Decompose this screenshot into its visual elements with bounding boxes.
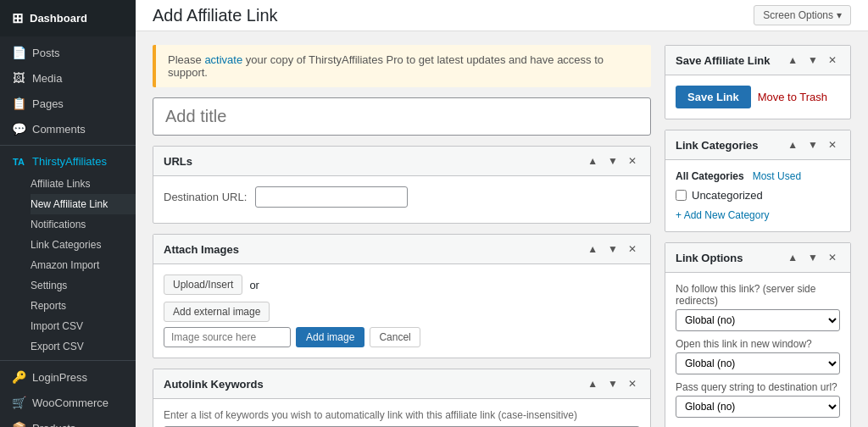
topbar: Add Affiliate Link Screen Options ▾ bbox=[136, 0, 868, 31]
side-column: Save Affiliate Link ▲ ▼ ✕ Save Link Move… bbox=[665, 45, 851, 413]
save-link-button[interactable]: Save Link bbox=[676, 86, 751, 108]
autolink-close[interactable]: ✕ bbox=[625, 376, 640, 391]
add-new-category-link[interactable]: + Add New Category bbox=[676, 209, 769, 221]
save-metabox-body: Save Link Move to Trash bbox=[665, 75, 850, 119]
sidebar-item-export-csv[interactable]: Export CSV bbox=[31, 336, 136, 357]
image-source-input[interactable] bbox=[164, 327, 291, 347]
add-external-image-button[interactable]: Add external image bbox=[164, 302, 270, 322]
new-window-select[interactable]: Global (no) Yes No bbox=[676, 352, 840, 374]
sidebar-nav: 📄 Posts 🖼 Media 📋 Pages 💬 Comments TA Th… bbox=[0, 36, 136, 427]
category-tabs: All Categories Most Used bbox=[676, 170, 840, 182]
category-uncategorized-label: Uncategorized bbox=[692, 189, 763, 202]
sidebar-import-csv-label: Import CSV bbox=[31, 320, 83, 332]
sidebar-item-link-categories[interactable]: Link Categories bbox=[31, 235, 136, 255]
link-cat-collapse-down[interactable]: ▼ bbox=[804, 137, 821, 152]
affiliate-title-input[interactable] bbox=[153, 97, 651, 136]
autolink-controls: ▲ ▼ ✕ bbox=[584, 376, 640, 391]
destination-url-label: Destination URL: bbox=[164, 191, 248, 203]
destination-url-input[interactable] bbox=[255, 186, 408, 208]
no-follow-option: No follow this link? (server side redire… bbox=[676, 283, 840, 331]
attach-collapse-up[interactable]: ▲ bbox=[584, 241, 601, 257]
save-collapse-up[interactable]: ▲ bbox=[784, 53, 801, 68]
upload-insert-button[interactable]: Upload/Insert bbox=[164, 274, 242, 295]
sidebar-item-comments[interactable]: 💬 Comments bbox=[0, 116, 136, 141]
no-follow-label: No follow this link? (server side redire… bbox=[676, 283, 840, 307]
urls-metabox-body: Destination URL: bbox=[153, 176, 650, 223]
pass-query-select[interactable]: Global (no) Yes No bbox=[676, 396, 840, 418]
urls-metabox-header: URLs ▲ ▼ ✕ bbox=[153, 147, 650, 176]
pass-query-label: Pass query string to destination url? bbox=[676, 381, 840, 393]
no-follow-select[interactable]: Global (no) Yes No bbox=[676, 309, 840, 331]
posts-icon: 📄 bbox=[12, 46, 25, 59]
link-options-header: Link Options ▲ ▼ ✕ bbox=[665, 243, 850, 273]
autolink-collapse-up[interactable]: ▲ bbox=[584, 376, 601, 391]
sidebar-item-import-csv[interactable]: Import CSV bbox=[31, 316, 136, 336]
attach-images-metabox: Attach Images ▲ ▼ ✕ Upload/Insert or Add… bbox=[153, 234, 651, 358]
attach-images-body: Upload/Insert or Add external image Add … bbox=[153, 264, 650, 358]
main-area: Add Affiliate Link Screen Options ▾ Plea… bbox=[136, 0, 868, 427]
sidebar-divider-2 bbox=[0, 360, 136, 361]
link-options-collapse-down[interactable]: ▼ bbox=[804, 250, 821, 265]
urls-metabox: URLs ▲ ▼ ✕ Destination URL: bbox=[153, 146, 651, 224]
sidebar-item-pages[interactable]: 📋 Pages bbox=[0, 91, 136, 116]
sidebar-item-products[interactable]: 📦 Products bbox=[0, 415, 136, 427]
sidebar-item-thirstyaffiliates[interactable]: TA ThirstyAffiliates bbox=[0, 149, 136, 174]
main-column: Please activate your copy of ThirstyAffi… bbox=[153, 45, 651, 413]
destination-url-row: Destination URL: bbox=[164, 186, 640, 208]
screen-options-button[interactable]: Screen Options ▾ bbox=[754, 5, 851, 25]
link-options-controls: ▲ ▼ ✕ bbox=[784, 250, 840, 265]
sidebar-affiliate-links-label: Affiliate Links bbox=[31, 178, 90, 190]
sidebar-item-posts-label: Posts bbox=[32, 47, 60, 59]
save-collapse-down[interactable]: ▼ bbox=[804, 53, 821, 68]
screen-options-label: Screen Options bbox=[763, 9, 833, 21]
sidebar-woocommerce-label: WooCommerce bbox=[32, 396, 108, 409]
sidebar-new-affiliate-label: New Affiliate Link bbox=[31, 198, 108, 210]
urls-collapse-down[interactable]: ▼ bbox=[604, 153, 621, 169]
attach-images-controls: ▲ ▼ ✕ bbox=[584, 241, 640, 257]
sidebar-item-reports[interactable]: Reports bbox=[31, 296, 136, 316]
sidebar-item-loginpress[interactable]: 🔑 LoginPress bbox=[0, 364, 136, 390]
link-options-body: No follow this link? (server side redire… bbox=[665, 273, 850, 427]
alert-text-before: Please bbox=[168, 53, 204, 66]
autolink-header: Autolink Keywords ▲ ▼ ✕ bbox=[153, 369, 650, 399]
link-categories-header: Link Categories ▲ ▼ ✕ bbox=[665, 130, 850, 160]
urls-collapse-up[interactable]: ▲ bbox=[584, 153, 601, 169]
content-area: Please activate your copy of ThirstyAffi… bbox=[136, 31, 868, 427]
sidebar-item-affiliate-links[interactable]: Affiliate Links bbox=[31, 174, 136, 194]
sidebar-item-event-notifications[interactable]: Notifications bbox=[31, 214, 136, 235]
link-cat-close[interactable]: ✕ bbox=[825, 137, 840, 152]
image-source-row: Add image Cancel bbox=[164, 327, 640, 347]
link-cat-collapse-up[interactable]: ▲ bbox=[784, 137, 801, 152]
thirstyaffiliates-icon: TA bbox=[12, 157, 25, 167]
sidebar-logo[interactable]: ⊞ Dashboard bbox=[0, 0, 136, 36]
sidebar-item-posts[interactable]: 📄 Posts bbox=[0, 40, 136, 65]
move-to-trash-link[interactable]: Move to Trash bbox=[758, 91, 827, 103]
save-close[interactable]: ✕ bbox=[825, 53, 840, 68]
sidebar-item-settings[interactable]: Settings bbox=[31, 275, 136, 296]
all-categories-tab[interactable]: All Categories bbox=[676, 170, 744, 182]
new-window-option: Open this link in new window? Global (no… bbox=[676, 338, 840, 374]
sidebar-item-media[interactable]: 🖼 Media bbox=[0, 65, 136, 91]
urls-close[interactable]: ✕ bbox=[625, 153, 640, 169]
sidebar-item-ta-label: ThirstyAffiliates bbox=[32, 155, 107, 168]
add-image-button[interactable]: Add image bbox=[296, 327, 364, 347]
sidebar-item-amazon-import[interactable]: Amazon Import bbox=[31, 255, 136, 275]
link-options-collapse-up[interactable]: ▲ bbox=[784, 250, 801, 265]
link-options-close[interactable]: ✕ bbox=[825, 250, 840, 265]
category-uncategorized-checkbox[interactable] bbox=[676, 190, 687, 201]
upload-row: Upload/Insert or bbox=[164, 274, 640, 295]
attach-collapse-down[interactable]: ▼ bbox=[604, 241, 621, 257]
sidebar-amazon-label: Amazon Import bbox=[31, 259, 99, 271]
sidebar-item-new-affiliate-link[interactable]: New Affiliate Link bbox=[31, 194, 136, 214]
attach-close[interactable]: ✕ bbox=[625, 241, 640, 257]
sidebar-item-media-label: Media bbox=[32, 72, 62, 85]
products-icon: 📦 bbox=[12, 421, 25, 427]
most-used-tab[interactable]: Most Used bbox=[753, 170, 801, 182]
sidebar-item-woocommerce[interactable]: 🛒 WooCommerce bbox=[0, 390, 136, 415]
cancel-image-button[interactable]: Cancel bbox=[370, 327, 420, 347]
sidebar-item-pages-label: Pages bbox=[32, 97, 64, 110]
save-metabox-controls: ▲ ▼ ✕ bbox=[784, 53, 840, 68]
urls-metabox-title: URLs bbox=[164, 155, 192, 168]
autolink-collapse-down[interactable]: ▼ bbox=[604, 376, 621, 391]
activate-link[interactable]: activate bbox=[204, 53, 242, 66]
